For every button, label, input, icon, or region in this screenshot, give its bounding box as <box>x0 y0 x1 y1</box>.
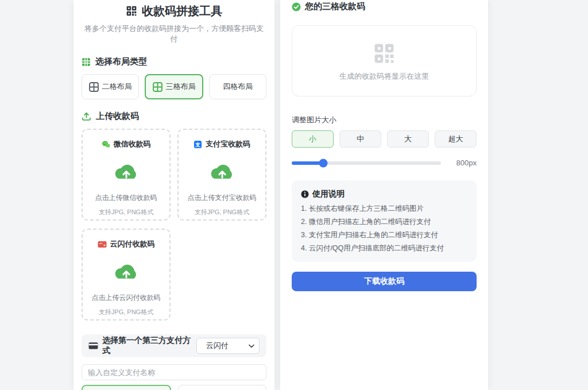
qr-preview-placeholder: 生成的收款码将显示在这里 <box>292 25 477 96</box>
color-options: 蓝色 紫色 <box>82 385 266 390</box>
layout-option-label: 四格布局 <box>223 82 253 92</box>
upload-card-formats: 支持JPG, PNG格式 <box>195 208 249 217</box>
upload-card-title-text: 微信收款码 <box>114 139 151 149</box>
size-option-large[interactable]: 大 <box>387 130 429 148</box>
slider-value: 800px <box>452 159 477 167</box>
payment-method-selected-value: 云闪付 <box>206 341 229 351</box>
credit-card-icon <box>88 342 98 350</box>
qr-code-icon <box>126 5 137 17</box>
size-option-xlarge[interactable]: 超大 <box>435 130 477 148</box>
upload-card-title-text: 云闪付收款码 <box>110 239 155 249</box>
cloud-upload-icon <box>208 162 236 183</box>
result-heading-text: 您的三格收款码 <box>305 1 365 12</box>
upload-card-title: 支 支付宝收款码 <box>194 139 250 149</box>
chevron-down-icon <box>249 344 254 348</box>
slider-thumb[interactable] <box>319 159 327 167</box>
payment-method-select[interactable]: 云闪付 <box>196 338 260 354</box>
custom-payment-name-input[interactable] <box>82 364 266 380</box>
upload-card-hint: 点击上传支付宝收款码 <box>188 193 257 203</box>
wechat-icon <box>102 140 110 149</box>
upload-section-title: 上传收款码 <box>96 111 139 122</box>
grid-icon <box>82 57 91 67</box>
preview-placeholder-text: 生成的收款码将显示在这里 <box>339 71 429 82</box>
usage-heading: 使用说明 <box>301 189 467 199</box>
size-options: 小 中 大 超大 <box>292 130 477 148</box>
upload-card-unionpay[interactable]: 云闪付收款码 点击上传云闪付收款码 支持JPG, PNG格式 <box>82 229 171 321</box>
upload-card-hint: 点击上传云闪付收款码 <box>92 293 161 303</box>
unionpay-card-icon <box>98 241 107 248</box>
page-title-text: 收款码拼接工具 <box>142 3 222 19</box>
payment-method-label: 选择第一个第三方支付方式 <box>88 335 196 356</box>
info-icon <box>301 190 309 198</box>
check-circle-icon <box>292 2 301 11</box>
page-subtitle: 将多个支付平台的收款码拼接为一个，方便顾客扫码支付 <box>82 24 266 44</box>
result-heading: 您的三格收款码 <box>292 1 477 12</box>
layout-option-four-grid[interactable]: 四格布局 <box>209 74 266 99</box>
usage-instructions-box: 使用说明 1. 长按或右键保存上方三格二维码图片 2. 微信用户扫描左上角的二维… <box>292 180 477 262</box>
layout-option-label: 二格布局 <box>102 82 132 92</box>
cloud-upload-icon <box>113 262 140 283</box>
upload-card-alipay[interactable]: 支 支付宝收款码 点击上传支付宝收款码 支持JPG, PNG格式 <box>177 129 266 221</box>
upload-section-heading: 上传收款码 <box>82 111 266 122</box>
size-option-medium[interactable]: 中 <box>339 130 381 148</box>
layout-option-label: 三格布局 <box>166 82 196 92</box>
qr-placeholder-icon <box>372 41 397 66</box>
upload-icon <box>82 111 91 121</box>
upload-card-formats: 支持JPG, PNG格式 <box>99 308 153 316</box>
svg-text:支: 支 <box>195 141 200 147</box>
size-slider-row: 800px <box>292 159 477 167</box>
usage-heading-text: 使用说明 <box>312 189 345 199</box>
upload-card-title: 云闪付收款码 <box>98 239 155 249</box>
upload-card-title: 微信收款码 <box>102 139 151 149</box>
page-title: 收款码拼接工具 <box>82 3 266 18</box>
layout-option-two-grid[interactable]: 二格布局 <box>82 74 139 99</box>
color-option-blue[interactable]: 蓝色 <box>82 385 171 390</box>
color-option-purple[interactable]: 紫色 <box>178 385 266 390</box>
tool-panel: 收款码拼接工具 将多个支付平台的收款码拼接为一个，方便顾客扫码支付 选择布局类型… <box>74 0 274 390</box>
upload-card-hint: 点击上传微信收款码 <box>95 193 157 203</box>
layout-section-heading: 选择布局类型 <box>82 56 266 67</box>
upload-card-formats: 支持JPG, PNG格式 <box>99 208 153 217</box>
image-size-label: 调整图片大小 <box>292 115 477 125</box>
layout-type-options: 二格布局 三格布局 四格布局 <box>82 74 266 99</box>
download-button[interactable]: 下载收款码 <box>292 272 477 291</box>
upload-card-grid: 微信收款码 点击上传微信收款码 支持JPG, PNG格式 支 支付宝收款 <box>82 129 266 321</box>
usage-step: 1. 长按或右键保存上方三格二维码图片 <box>301 204 467 213</box>
layout-section-title: 选择布局类型 <box>95 56 147 67</box>
payment-method-label-text: 选择第一个第三方支付方式 <box>102 335 196 356</box>
usage-step: 2. 微信用户扫描左上角的二维码进行支付 <box>301 218 467 226</box>
size-slider[interactable] <box>292 161 441 165</box>
usage-step: 4. 云闪付/QQ用户扫描底部的二维码进行支付 <box>301 244 467 252</box>
payment-method-bar: 选择第一个第三方支付方式 云闪付 <box>82 334 266 357</box>
upload-card-title-text: 支付宝收款码 <box>206 139 250 149</box>
size-option-small[interactable]: 小 <box>292 130 334 148</box>
alipay-icon: 支 <box>194 140 202 149</box>
layout-option-three-grid[interactable]: 三格布局 <box>145 74 203 99</box>
usage-step: 3. 支付宝用户扫描右上角的二维码进行支付 <box>301 231 467 239</box>
upload-card-wechat[interactable]: 微信收款码 点击上传微信收款码 支持JPG, PNG格式 <box>82 129 171 221</box>
result-panel: 您的三格收款码 生成的收款码将显示在这里 调整图片大小 小 中 大 超大 800… <box>280 0 488 390</box>
grid-3-icon <box>153 82 163 92</box>
grid-2-icon <box>89 82 99 92</box>
cloud-upload-icon <box>113 162 140 183</box>
